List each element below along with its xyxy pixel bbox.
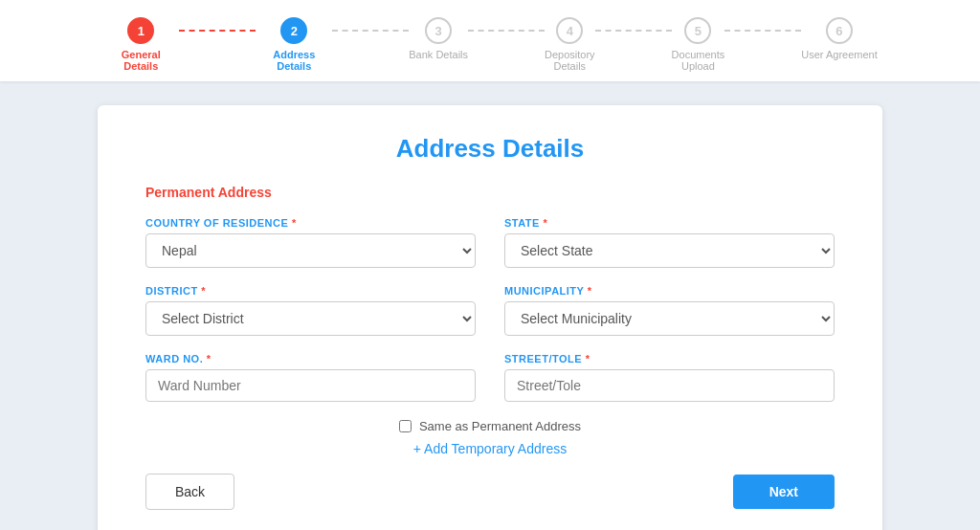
row-district-municipality: DISTRICT * Select District Kathmandu Lal… — [145, 285, 835, 336]
step-6-circle: 6 — [826, 17, 853, 44]
step-3-circle: 3 — [425, 17, 452, 44]
step-line-3-4 — [468, 30, 545, 32]
state-group: STATE * Select State Bagmati Gandaki Lum… — [504, 217, 835, 268]
page-title: Address Details — [145, 134, 835, 164]
step-3-label: Bank Details — [409, 49, 468, 60]
step-1-circle: 1 — [127, 17, 154, 44]
step-2-circle: 2 — [280, 17, 307, 44]
main-area: Address Details Permanent Address COUNTR… — [0, 81, 980, 530]
state-label: STATE * — [504, 217, 835, 229]
step-3: 3 Bank Details — [409, 17, 468, 60]
step-2: 2 Address Details — [256, 17, 332, 72]
step-6-label: User Agreement — [801, 49, 877, 60]
step-1: 1 General Details — [102, 17, 179, 72]
ward-group: WARD NO. * — [145, 353, 476, 402]
same-address-row: Same as Permanent Address — [145, 419, 835, 433]
add-temporary-address-link[interactable]: + Add Temporary Address — [413, 441, 567, 456]
same-address-label: Same as Permanent Address — [419, 419, 581, 433]
district-group: DISTRICT * Select District Kathmandu Lal… — [145, 285, 476, 336]
ward-label: WARD NO. * — [145, 353, 476, 364]
ward-input[interactable] — [145, 369, 476, 402]
next-button[interactable]: Next — [733, 475, 835, 509]
step-5-label: DocumentsUpload — [672, 49, 725, 72]
step-4-label: DepositoryDetails — [545, 49, 595, 72]
step-line-2-3 — [332, 30, 409, 32]
country-select[interactable]: Nepal India USA — [145, 233, 476, 268]
street-input[interactable] — [504, 369, 835, 402]
street-group: STREET/TOLE * — [504, 353, 835, 402]
country-label: COUNTRY OF RESIDENCE * — [145, 217, 476, 229]
step-line-1-2 — [179, 30, 256, 32]
step-5-circle: 5 — [684, 17, 711, 44]
district-select[interactable]: Select District Kathmandu Lalitpur — [145, 301, 476, 336]
municipality-select[interactable]: Select Municipality Kathmandu Metropolit… — [504, 301, 835, 336]
step-4-circle: 4 — [556, 17, 583, 44]
step-6: 6 User Agreement — [801, 17, 877, 60]
back-button[interactable]: Back — [145, 474, 234, 510]
step-line-5-6 — [724, 30, 801, 32]
street-label: STREET/TOLE * — [504, 353, 835, 364]
country-group: COUNTRY OF RESIDENCE * Nepal India USA — [145, 217, 476, 268]
step-1-label: General Details — [102, 49, 179, 72]
step-5: 5 DocumentsUpload — [672, 17, 725, 72]
step-4: 4 DepositoryDetails — [545, 17, 595, 72]
add-temporary-address-row: + Add Temporary Address — [145, 441, 835, 456]
permanent-address-section-title: Permanent Address — [145, 185, 835, 200]
step-2-label: Address Details — [256, 49, 332, 72]
same-address-checkbox[interactable] — [399, 420, 412, 432]
row-ward-street: WARD NO. * STREET/TOLE * — [145, 353, 835, 402]
card-footer: Back Next — [145, 474, 835, 510]
step-line-4-5 — [595, 30, 672, 32]
stepper: 1 General Details 2 Address Details 3 Ba… — [0, 0, 980, 81]
address-details-card: Address Details Permanent Address COUNTR… — [98, 105, 882, 530]
district-label: DISTRICT * — [145, 285, 476, 297]
row-country-state: COUNTRY OF RESIDENCE * Nepal India USA S… — [145, 217, 835, 268]
state-select[interactable]: Select State Bagmati Gandaki Lumbini — [504, 233, 835, 268]
municipality-group: MUNICIPALITY * Select Municipality Kathm… — [504, 285, 835, 336]
municipality-label: MUNICIPALITY * — [504, 285, 835, 297]
